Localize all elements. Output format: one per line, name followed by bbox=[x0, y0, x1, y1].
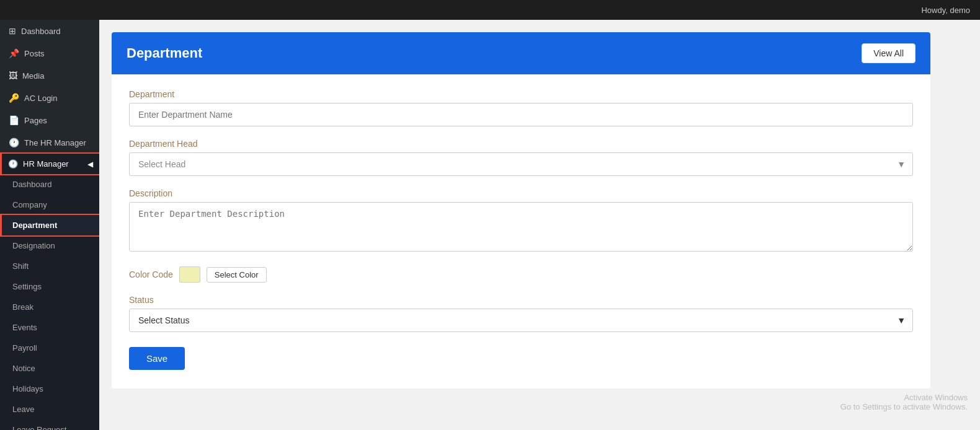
save-button[interactable]: Save bbox=[129, 347, 185, 370]
department-card: Department View All Department Departmen… bbox=[112, 32, 930, 388]
sidebar-sub-payroll[interactable]: Payroll bbox=[0, 338, 99, 358]
pages-icon: 📄 bbox=[9, 115, 19, 125]
sidebar-item-posts[interactable]: 📌 Posts bbox=[0, 42, 99, 64]
sidebar-sub-holidays[interactable]: Holidays bbox=[0, 379, 99, 399]
sidebar-item-dashboard[interactable]: ⊞ Dashboard bbox=[0, 20, 99, 42]
department-head-select[interactable]: Select Head bbox=[129, 152, 913, 176]
department-head-select-wrap: Select Head ▼ bbox=[129, 152, 913, 176]
the-hr-manager-icon: 🕐 bbox=[9, 138, 19, 147]
status-select[interactable]: Select Status Active Inactive bbox=[129, 309, 913, 332]
sidebar-item-label: Pages bbox=[24, 116, 47, 125]
department-head-label: Department Head bbox=[129, 139, 913, 149]
department-head-group: Department Head Select Head ▼ bbox=[129, 139, 913, 176]
color-code-row: Color Code Select Color bbox=[129, 266, 913, 283]
user-label: Howdy, demo bbox=[921, 6, 970, 15]
sidebar: ⊞ Dashboard 📌 Posts 🖼 Media 🔑 AC Login 📄… bbox=[0, 20, 99, 430]
description-label: Description bbox=[129, 188, 913, 198]
sidebar-item-label: Posts bbox=[24, 49, 45, 58]
sidebar-sub-events[interactable]: Events bbox=[0, 317, 99, 338]
sidebar-item-ac-login[interactable]: 🔑 AC Login bbox=[0, 87, 99, 109]
description-group: Description bbox=[129, 188, 913, 254]
dashboard-icon: ⊞ bbox=[9, 26, 16, 36]
main-layout: ⊞ Dashboard 📌 Posts 🖼 Media 🔑 AC Login 📄… bbox=[0, 20, 980, 430]
sidebar-item-label: Dashboard bbox=[21, 27, 61, 36]
sidebar-sub-leave[interactable]: Leave bbox=[0, 399, 99, 419]
ac-login-icon: 🔑 bbox=[9, 93, 19, 103]
chevron-left-icon: ◀ bbox=[87, 160, 93, 169]
sidebar-sub-department[interactable]: Department bbox=[0, 215, 99, 235]
card-body: Department Department Head Select Head ▼ bbox=[112, 74, 930, 388]
posts-icon: 📌 bbox=[9, 48, 19, 58]
sidebar-sub-break[interactable]: Break bbox=[0, 297, 99, 317]
hr-manager-submenu: Dashboard Company Department Designation… bbox=[0, 174, 99, 430]
page-title: Department bbox=[127, 45, 202, 61]
content-area: Department View All Department Departmen… bbox=[99, 20, 980, 430]
sidebar-sub-notice[interactable]: Notice bbox=[0, 358, 99, 379]
department-name-group: Department bbox=[129, 89, 913, 126]
sidebar-sub-shift[interactable]: Shift bbox=[0, 256, 99, 276]
media-icon: 🖼 bbox=[9, 71, 17, 81]
sidebar-sub-designation[interactable]: Designation bbox=[0, 235, 99, 256]
status-group: Status Select Status Active Inactive ▼ bbox=[129, 295, 913, 332]
department-name-input[interactable] bbox=[129, 103, 913, 126]
sidebar-sub-company[interactable]: Company bbox=[0, 195, 99, 215]
hr-manager-icon: 🕐 bbox=[8, 159, 18, 169]
sidebar-item-label: The HR Manager bbox=[24, 138, 86, 147]
sidebar-sub-settings[interactable]: Settings bbox=[0, 276, 99, 297]
department-label: Department bbox=[129, 89, 913, 99]
sidebar-item-the-hr-manager[interactable]: 🕐 The HR Manager bbox=[0, 131, 99, 154]
top-bar: Howdy, demo bbox=[0, 0, 980, 20]
select-color-button[interactable]: Select Color bbox=[207, 267, 267, 283]
sidebar-item-label: HR Manager bbox=[23, 159, 69, 169]
sidebar-item-label: AC Login bbox=[24, 94, 57, 103]
status-select-wrap: Select Status Active Inactive ▼ bbox=[129, 309, 913, 332]
color-swatch[interactable] bbox=[179, 266, 200, 283]
card-header: Department View All bbox=[112, 32, 930, 74]
sidebar-item-media[interactable]: 🖼 Media bbox=[0, 64, 99, 87]
color-code-label: Color Code bbox=[129, 270, 173, 279]
sidebar-sub-leave-request[interactable]: Leave Request bbox=[0, 419, 99, 430]
sidebar-item-label: Media bbox=[22, 71, 44, 81]
sidebar-item-hr-manager[interactable]: 🕐 HR Manager ◀ bbox=[0, 154, 99, 174]
view-all-button[interactable]: View All bbox=[862, 43, 915, 63]
sidebar-sub-dashboard[interactable]: Dashboard bbox=[0, 174, 99, 195]
description-textarea[interactable] bbox=[129, 202, 913, 252]
sidebar-item-pages[interactable]: 📄 Pages bbox=[0, 109, 99, 131]
status-label: Status bbox=[129, 295, 913, 305]
